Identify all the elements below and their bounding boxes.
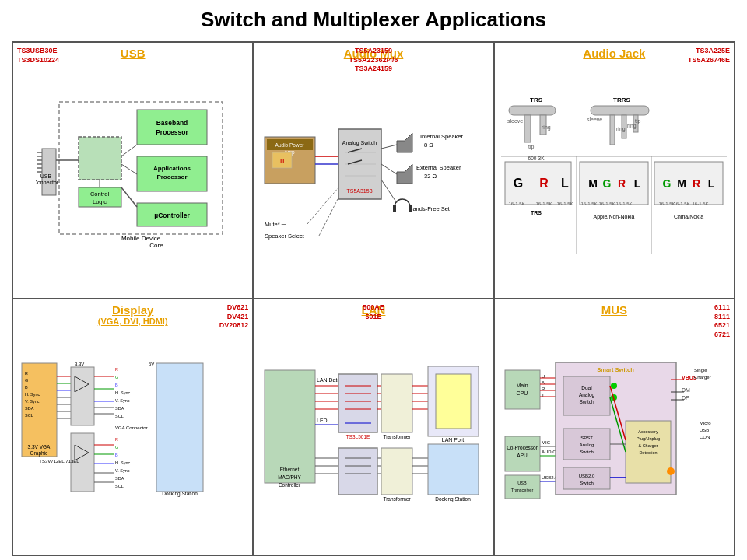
svg-text:TI: TI <box>279 158 284 163</box>
svg-text:Core: Core <box>149 242 163 249</box>
svg-text:Hands-Free Set: Hands-Free Set <box>409 205 451 212</box>
lan-cell: 500AE 501E LAN Ethernet MAC/PHY Controll… <box>253 299 493 555</box>
svg-rect-70 <box>610 115 615 145</box>
svg-point-235 <box>611 383 617 389</box>
svg-text:MIC: MIC <box>542 440 551 445</box>
svg-text:China/Nokia: China/Nokia <box>674 214 703 219</box>
svg-text:Ethernet: Ethernet <box>280 467 300 472</box>
svg-rect-0 <box>42 149 56 195</box>
svg-text:G: G <box>603 177 612 190</box>
svg-text:Switch: Switch <box>580 481 594 485</box>
svg-text:sleeve: sleeve <box>507 118 523 124</box>
svg-text:TRS: TRS <box>531 210 542 215</box>
svg-line-25 <box>121 187 137 207</box>
svg-text:B: B <box>25 385 28 390</box>
svg-text:M: M <box>677 177 686 190</box>
svg-text:600-3K: 600-3K <box>528 156 545 161</box>
svg-text:Dual: Dual <box>582 385 593 390</box>
svg-text:SDA: SDA <box>115 476 124 481</box>
svg-text:Processor: Processor <box>156 128 188 136</box>
svg-text:B: B <box>115 383 118 387</box>
svg-text:Transformer: Transformer <box>383 496 411 502</box>
svg-text:APU: APU <box>517 453 528 458</box>
grid-container: TS3USB30E TS3DS10224 USB USB Connector <box>12 41 735 556</box>
svg-text:SCL: SCL <box>115 414 124 418</box>
svg-text:TRS: TRS <box>530 96 543 103</box>
svg-text:L: L <box>634 177 641 190</box>
svg-marker-46 <box>397 164 412 184</box>
svg-text:H. Sync: H. Sync <box>115 390 131 395</box>
svg-text:16-1.5K: 16-1.5K <box>509 201 525 206</box>
svg-text:sleeve: sleeve <box>587 117 602 122</box>
svg-text:Smart Switch: Smart Switch <box>598 366 635 373</box>
svg-rect-197 <box>428 444 479 495</box>
svg-text:MAC/PHY: MAC/PHY <box>278 474 301 480</box>
svg-text:Processor: Processor <box>156 173 187 180</box>
svg-text:Charger: Charger <box>694 375 711 380</box>
svg-text:LAN Data: LAN Data <box>317 377 340 383</box>
display-part-numbers: DV621 DV421 DV20812 <box>219 303 249 331</box>
svg-text:R: R <box>540 177 549 190</box>
svg-text:TS3V712EL/713EL: TS3V712EL/713EL <box>39 459 79 464</box>
svg-text:3.3V: 3.3V <box>75 362 84 366</box>
mus-cell: 6111 8111 6521 6721 MUS Main CPU Co-Proc… <box>494 299 735 555</box>
svg-text:16-1.5K: 16-1.5K <box>536 201 552 206</box>
svg-text:16-1.5K: 16-1.5K <box>599 201 615 206</box>
svg-text:Analog Switch: Analog Switch <box>342 140 377 146</box>
svg-text:L: L <box>561 177 569 190</box>
lan-diagram-area: Ethernet MAC/PHY Controller LAN Data LED <box>258 317 489 541</box>
svg-text:CON: CON <box>700 435 710 439</box>
display-diagram-area: 3.3V VGA Graphic R G B H. Sync V. Sync S… <box>17 327 248 535</box>
svg-text:R: R <box>25 371 28 376</box>
lan-svg: Ethernet MAC/PHY Controller LAN Data LED <box>261 355 486 502</box>
svg-text:Internal Speaker: Internal Speaker <box>420 133 464 140</box>
svg-text:tip: tip <box>528 144 535 150</box>
svg-text:G: G <box>115 445 118 450</box>
svg-rect-63 <box>524 115 531 142</box>
svg-rect-241 <box>563 467 610 489</box>
display-svg: 3.3V VGA Graphic R G B H. Sync V. Sync S… <box>20 359 246 503</box>
svg-text:& Charger: & Charger <box>639 443 658 448</box>
svg-text:Analog: Analog <box>579 392 595 398</box>
svg-line-59 <box>307 187 338 224</box>
svg-text:Applications: Applications <box>153 165 191 172</box>
svg-rect-50 <box>393 205 396 212</box>
svg-rect-153 <box>156 363 203 492</box>
svg-text:3.3V VGA: 3.3V VGA <box>27 444 51 450</box>
svg-rect-169 <box>338 374 377 432</box>
svg-rect-212 <box>505 475 540 499</box>
audio-jack-part-numbers: TS3A225E TS5A26746E <box>688 47 730 65</box>
usb-part-numbers: TS3USB30E TS3DS10224 <box>17 47 59 65</box>
svg-text:L: L <box>708 177 715 190</box>
svg-text:Apple/Non-Nokia: Apple/Non-Nokia <box>594 214 635 220</box>
svg-text:16-1.5K: 16-1.5K <box>659 201 675 206</box>
svg-text:SPST: SPST <box>580 436 593 440</box>
svg-marker-43 <box>397 133 412 152</box>
svg-text:V. Sync: V. Sync <box>25 399 40 404</box>
svg-text:AUDIO: AUDIO <box>542 450 556 454</box>
svg-text:TS3L501E: TS3L501E <box>346 434 370 439</box>
svg-text:Connector: Connector <box>36 180 59 185</box>
svg-text:µController: µController <box>154 212 190 219</box>
svg-text:Logic: Logic <box>93 198 107 205</box>
svg-text:Mobile Device: Mobile Device <box>121 235 161 242</box>
svg-text:16-1.5K: 16-1.5K <box>557 201 573 206</box>
svg-text:Detection: Detection <box>640 450 658 455</box>
svg-rect-189 <box>381 448 412 495</box>
svg-text:Transceiver: Transceiver <box>511 488 534 492</box>
svg-text:External Speaker: External Speaker <box>416 164 461 171</box>
svg-text:G: G <box>663 177 672 190</box>
svg-text:Single: Single <box>694 368 707 373</box>
svg-text:H. Sync: H. Sync <box>115 460 131 465</box>
svg-line-56 <box>381 180 397 203</box>
svg-text:R: R <box>618 177 626 190</box>
svg-text:Switch: Switch <box>580 399 595 404</box>
audio-mux-part-numbers: TS5A23159 TS5A22362/4/6 TS3A24159 <box>349 47 398 74</box>
svg-rect-62 <box>509 106 556 115</box>
svg-rect-51 <box>409 205 412 212</box>
svg-text:Switch: Switch <box>580 450 594 454</box>
svg-line-54 <box>381 145 397 149</box>
svg-text:G: G <box>514 177 523 190</box>
svg-text:V. Sync: V. Sync <box>115 398 130 403</box>
svg-rect-206 <box>505 370 540 409</box>
